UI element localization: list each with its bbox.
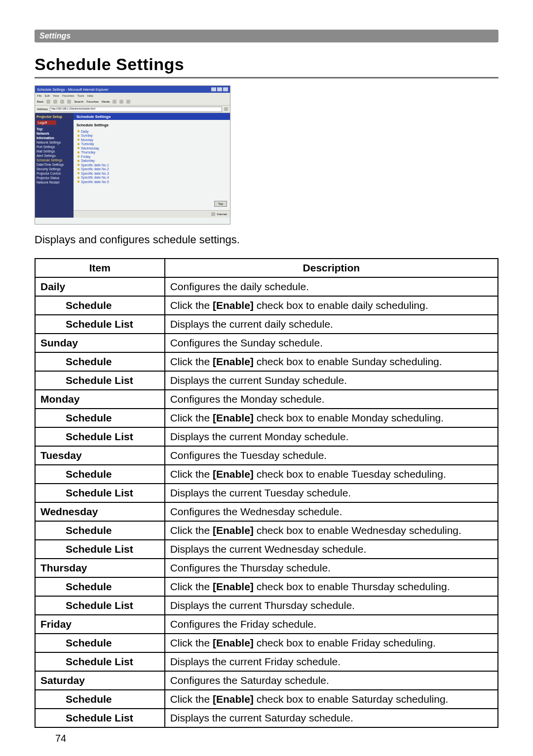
table-row: Schedule ListDisplays the current Saturd… [35,709,498,727]
menu-edit[interactable]: Edit [45,94,50,97]
sidebar-item[interactable]: Port Settings [37,145,72,149]
description-cell: Configures the Saturday schedule. [165,671,498,690]
refresh-icon[interactable] [60,100,64,104]
schedule-link[interactable]: Friday [77,155,226,158]
table-row: Schedule ListDisplays the current Friday… [35,652,498,671]
item-cell: Schedule [61,690,165,709]
schedule-link[interactable]: Daily [77,130,226,133]
schedule-link[interactable]: Monday [77,138,226,142]
print-icon[interactable] [126,100,130,104]
schedule-link[interactable]: Specific date No.3 [77,172,226,175]
menu-file[interactable]: File [37,94,42,97]
sidebar-item[interactable]: Top: [37,127,72,131]
bullet-icon [77,139,79,141]
indent-cell [35,484,61,502]
menu-help[interactable]: Help [87,94,93,97]
indent-cell [35,596,61,615]
embedded-screenshot: Schedule Settings - Microsoft Internet E… [35,85,230,225]
schedule-link[interactable]: Specific date No.5 [77,180,226,184]
window-titlebar: Schedule Settings - Microsoft Internet E… [35,86,230,93]
schedule-link-label: Tuesday [81,142,94,146]
description-cell: Displays the current Monday schedule. [165,427,498,446]
table-row: MondayConfigures the Monday schedule. [35,390,498,409]
bullet-icon [77,143,79,145]
close-icon[interactable] [223,87,228,91]
minimize-icon[interactable] [211,87,216,91]
toolbar-favorites[interactable]: Favorites [86,100,99,103]
sidebar-item[interactable]: Network Settings [37,141,72,144]
schedule-link[interactable]: Wednesday [77,147,226,150]
schedule-link[interactable]: Sunday [77,134,226,137]
sidebar-item[interactable]: Network Restart [37,181,72,184]
sidebar-item[interactable]: Mail Settings [37,150,72,153]
indent-cell [35,634,61,652]
description-cell: Configures the Wednesday schedule. [165,502,498,521]
indent-cell [35,690,61,709]
schedule-link[interactable]: Thursday [77,151,226,154]
screenshot-sidebar: Projector Setup Logoff Top:NetworkInform… [35,113,74,218]
description-cell: Click the [Enable] check box to enable W… [165,521,498,540]
history-icon[interactable] [113,100,116,104]
menu-tools[interactable]: Tools [77,94,84,97]
toolbar-media[interactable]: Media [102,100,110,103]
table-row: ScheduleClick the [Enable] check box to … [35,352,498,371]
table-row: TuesdayConfigures the Tuesday schedule. [35,446,498,465]
bullet-icon [77,155,79,157]
logoff-button[interactable]: Logoff [37,120,56,125]
go-icon[interactable] [224,107,228,111]
table-row: Schedule ListDisplays the current Sunday… [35,371,498,390]
maximize-icon[interactable] [217,87,222,91]
schedule-link[interactable]: Specific date No.4 [77,176,226,179]
table-row: SundayConfigures the Sunday schedule. [35,334,498,352]
address-input[interactable]: http://192.168.1.10/admin/schedule.html [50,107,222,112]
schedule-link[interactable]: Specific date No.2 [77,167,226,171]
mail-icon[interactable] [119,100,123,104]
description-cell: Displays the current daily schedule. [165,315,498,334]
toolbar-back[interactable]: Back [37,100,43,103]
bullet-icon [77,151,79,153]
sidebar-item[interactable]: Security Settings [37,167,72,171]
sidebar-item[interactable]: Alert Settings [37,154,72,157]
menu-view[interactable]: View [53,94,59,97]
indent-cell [35,652,61,671]
table-row: ScheduleClick the [Enable] check box to … [35,296,498,315]
description-cell: Configures the Sunday schedule. [165,334,498,352]
item-cell: Saturday [35,671,165,690]
description-cell: Click the [Enable] check box to enable T… [165,577,498,596]
indent-cell [35,709,61,727]
item-cell: Schedule List [61,709,165,727]
schedule-link[interactable]: Specific date No.1 [77,163,226,167]
indent-cell [35,427,61,446]
schedule-link-label: Sunday [81,134,93,137]
schedule-link[interactable]: Tuesday [77,142,226,146]
item-cell: Schedule [61,296,165,315]
sidebar-item[interactable]: Projector Control [37,172,72,175]
description-cell: Click the [Enable] check box to enable F… [165,634,498,652]
sidebar-item[interactable]: Schedule Settings [37,158,72,162]
toolbar-search[interactable]: Search [74,100,83,103]
top-button[interactable]: Top [214,201,227,207]
menu-favorites[interactable]: Favorites [62,94,75,97]
stop-icon[interactable] [53,100,57,104]
forward-icon[interactable] [46,100,50,104]
sidebar-item[interactable]: Date/Time Settings [37,163,72,166]
item-cell: Monday [35,390,165,409]
home-icon[interactable] [67,100,71,104]
sidebar-title: Projector Setup [37,115,72,118]
schedule-link[interactable]: Saturday [77,159,226,162]
sidebar-item[interactable]: Projector Status [37,176,72,180]
description-cell: Click the [Enable] check box to enable S… [165,352,498,371]
item-cell: Schedule [61,465,165,484]
table-row: ScheduleClick the [Enable] check box to … [35,690,498,709]
table-row: WednesdayConfigures the Wednesday schedu… [35,502,498,521]
main-header: Schedule Settings [74,113,230,120]
schedule-link-label: Wednesday [81,147,99,150]
description-cell: Displays the current Sunday schedule. [165,371,498,390]
sidebar-item[interactable]: Information [37,136,72,140]
schedule-link-label: Specific date No.3 [81,172,109,175]
table-row: ScheduleClick the [Enable] check box to … [35,521,498,540]
sidebar-item[interactable]: Network [37,132,72,135]
table-row: Schedule ListDisplays the current Thursd… [35,596,498,615]
item-cell: Schedule [61,521,165,540]
description-cell: Configures the Tuesday schedule. [165,446,498,465]
